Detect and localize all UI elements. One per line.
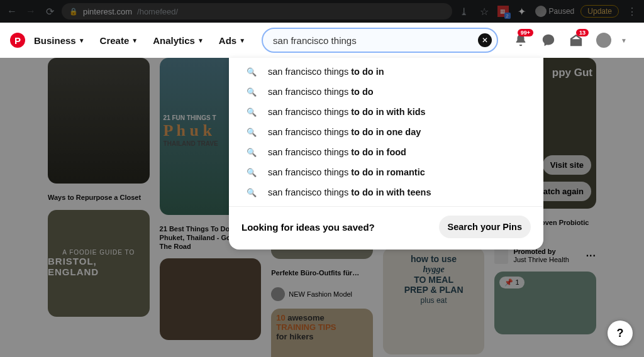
- clear-search-button[interactable]: ✕: [478, 33, 492, 47]
- menu-analytics[interactable]: Analytics▼: [147, 30, 210, 51]
- user-avatar[interactable]: [596, 33, 611, 48]
- search-icon: 🔍: [247, 107, 257, 117]
- autocomplete-item[interactable]: 🔍san francisco things to do in food: [229, 142, 543, 162]
- autocomplete-item[interactable]: 🔍san francisco things to do: [229, 82, 543, 102]
- help-button[interactable]: ?: [608, 321, 633, 346]
- search-input[interactable]: [262, 28, 498, 53]
- search-autocomplete: 🔍san francisco things to do in 🔍san fran…: [229, 58, 543, 250]
- inbox-badge: 13: [576, 29, 589, 36]
- search-icon: 🔍: [247, 168, 257, 177]
- account-menu-chevron[interactable]: ▼: [619, 33, 629, 48]
- autocomplete-item[interactable]: 🔍san francisco things to do in romantic: [229, 162, 543, 182]
- search-icon: 🔍: [247, 67, 257, 77]
- app-header: P Business▼ Create▼ Analytics▼ Ads▼ ✕ 99…: [0, 23, 644, 58]
- search-your-pins-button[interactable]: Search your Pins: [439, 216, 531, 238]
- menu-create[interactable]: Create▼: [94, 30, 145, 51]
- chevron-down-icon: ▼: [79, 37, 85, 44]
- messages-icon[interactable]: [541, 33, 556, 48]
- search-icon: 🔍: [247, 87, 257, 97]
- autocomplete-item[interactable]: 🔍san francisco things to do in: [229, 62, 543, 82]
- autocomplete-item[interactable]: 🔍san francisco things to do in with kids: [229, 102, 543, 122]
- search-icon: 🔍: [247, 128, 257, 137]
- autocomplete-item[interactable]: 🔍san francisco things to do in one day: [229, 122, 543, 142]
- menu-business[interactable]: Business▼: [28, 30, 91, 51]
- notifications-badge: 99+: [518, 29, 533, 36]
- search-icon: 🔍: [247, 188, 257, 197]
- search-icon: 🔍: [247, 148, 257, 157]
- inbox-icon[interactable]: 13: [569, 33, 584, 48]
- menu-ads[interactable]: Ads▼: [213, 30, 252, 51]
- chevron-down-icon: ▼: [197, 37, 204, 44]
- notifications-icon[interactable]: 99+: [513, 33, 528, 48]
- chevron-down-icon: ▼: [131, 37, 138, 44]
- chevron-down-icon: ▼: [239, 37, 245, 44]
- saved-ideas-prompt: Looking for ideas you saved?: [242, 222, 375, 233]
- search-container: ✕: [262, 28, 498, 53]
- pinterest-logo-icon[interactable]: P: [10, 33, 25, 48]
- autocomplete-item[interactable]: 🔍san francisco things to do in with teen…: [229, 182, 543, 202]
